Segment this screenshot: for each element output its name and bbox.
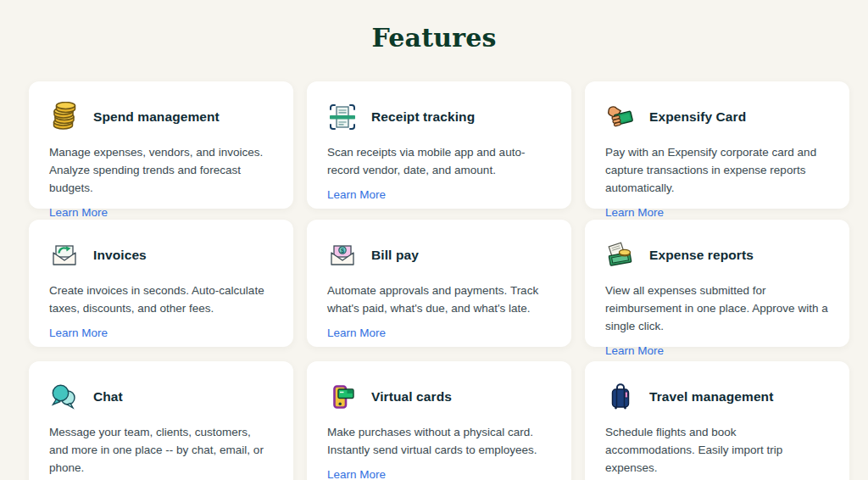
learn-more-link[interactable]: Learn More <box>605 344 664 357</box>
feature-card-expensify-card: Expensify Card Pay with an Expensify cor… <box>585 81 849 209</box>
feature-title: Expensify Card <box>649 109 746 125</box>
feature-title: Spend management <box>93 109 220 125</box>
feature-description: Pay with an Expensify corporate card and… <box>605 143 829 197</box>
feature-card-bill-pay: $ Bill pay Automate approvals and paymen… <box>307 220 571 347</box>
feature-card-receipt-tracking: Receipt tracking Scan receipts via mobil… <box>307 81 571 209</box>
learn-more-link[interactable]: Learn More <box>327 468 386 480</box>
page-title: Features <box>0 23 868 53</box>
feature-title: Bill pay <box>371 248 419 263</box>
coins-icon <box>49 102 80 132</box>
feature-card-spend-management: Spend management Manage expenses, vendor… <box>29 81 293 209</box>
feature-title: Chat <box>93 389 123 405</box>
learn-more-link[interactable]: Learn More <box>49 327 108 339</box>
feature-description: Manage expenses, vendors, and invoices. … <box>49 143 273 197</box>
feature-title: Invoices <box>93 248 147 263</box>
features-row-3: Chat Message your team, clients, custome… <box>29 361 849 480</box>
feature-description: Automate approvals and payments. Track w… <box>327 282 551 317</box>
invoice-envelope-icon <box>49 240 80 271</box>
learn-more-link[interactable]: Learn More <box>605 206 664 219</box>
card-header: Expensify Card <box>605 101 829 133</box>
suitcase-icon <box>605 382 636 412</box>
features-row-2: Invoices Create invoices in seconds. Aut… <box>29 220 849 347</box>
card-header: $ Bill pay <box>327 239 551 271</box>
feature-title: Travel management <box>649 389 773 405</box>
card-header: Chat <box>49 381 273 413</box>
feature-description: View all expenses submitted for reimburs… <box>605 282 829 335</box>
hand-card-icon <box>605 102 636 132</box>
card-header: Travel management <box>605 381 829 413</box>
feature-title: Expense reports <box>649 248 754 263</box>
card-header: Spend management <box>49 101 273 133</box>
feature-card-chat: Chat Message your team, clients, custome… <box>29 361 293 480</box>
feature-card-travel-management: Travel management Schedule flights and b… <box>585 361 849 480</box>
money-stack-icon <box>605 240 636 271</box>
feature-description: Message your team, clients, customers, a… <box>49 423 273 477</box>
feature-card-invoices: Invoices Create invoices in seconds. Aut… <box>29 220 293 347</box>
receipt-scan-icon <box>327 102 358 132</box>
card-header: Invoices <box>49 239 273 271</box>
feature-title: Receipt tracking <box>371 109 475 125</box>
feature-description: Create invoices in seconds. Auto-calcula… <box>49 282 273 317</box>
features-grid: Spend management Manage expenses, vendor… <box>29 81 849 480</box>
card-header: Expense reports <box>605 239 829 271</box>
card-header: Receipt tracking <box>327 101 551 133</box>
learn-more-link[interactable]: Learn More <box>327 188 386 201</box>
card-header: Virtual cards <box>327 381 551 413</box>
feature-card-expense-reports: Expense reports View all expenses submit… <box>585 220 849 347</box>
bill-envelope-icon: $ <box>327 240 358 271</box>
features-row-1: Spend management Manage expenses, vendor… <box>29 81 849 209</box>
feature-description: Make purchases without a physical card. … <box>327 423 551 459</box>
chat-bubbles-icon <box>49 382 80 412</box>
learn-more-link[interactable]: Learn More <box>49 206 108 219</box>
feature-description: Schedule flights and book accommodations… <box>605 423 829 477</box>
feature-description: Scan receipts via mobile app and auto-re… <box>327 143 551 179</box>
feature-card-virtual-cards: Virtual cards Make purchases without a p… <box>307 361 571 480</box>
learn-more-link[interactable]: Learn More <box>327 327 386 339</box>
feature-title: Virtual cards <box>371 389 452 405</box>
phone-card-icon <box>327 382 358 412</box>
